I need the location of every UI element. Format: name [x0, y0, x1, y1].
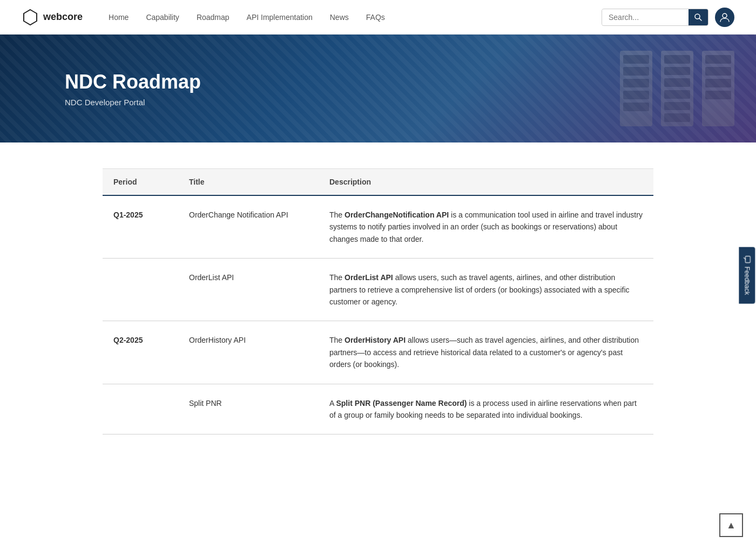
- nav-home[interactable]: Home: [109, 13, 129, 22]
- desc-orderchange: The OrderChangeNotification API is a com…: [319, 195, 653, 259]
- logo[interactable]: webcore: [22, 9, 83, 26]
- svg-point-3: [723, 13, 727, 18]
- title-orderchange: OrderChange Notification API: [178, 195, 319, 259]
- hero-title: NDC Roadmap: [65, 71, 201, 93]
- search-button[interactable]: [688, 9, 708, 25]
- term-splitpnr: Split PNR (Passenger Name Record): [336, 399, 467, 408]
- nav-right: [602, 8, 734, 27]
- nav-capability[interactable]: Capability: [146, 13, 179, 22]
- nav-faqs[interactable]: FAQs: [366, 13, 385, 22]
- period-q2-2025: Q2-2025: [103, 321, 178, 384]
- server-rack-1: [620, 51, 652, 126]
- svg-line-2: [699, 18, 701, 21]
- hero-decoration: [486, 35, 756, 142]
- term-orderchange: OrderChangeNotification API: [345, 211, 449, 219]
- nav-roadmap[interactable]: Roadmap: [197, 13, 230, 22]
- server-rack-2: [661, 51, 693, 126]
- hero-subtitle: NDC Developer Portal: [65, 98, 201, 107]
- search-box: [602, 9, 708, 26]
- roadmap-table: Period Title Description Q1-2025 OrderCh…: [103, 168, 653, 434]
- user-icon: [719, 12, 730, 23]
- user-avatar[interactable]: [715, 8, 734, 27]
- hero-banner: NDC Roadmap NDC Developer Portal: [0, 35, 756, 142]
- nav-news[interactable]: News: [330, 13, 349, 22]
- search-input[interactable]: [602, 10, 688, 25]
- desc-orderhistory: The OrderHistory API allows users—such a…: [319, 321, 653, 384]
- title-orderhistory: OrderHistory API: [178, 321, 319, 384]
- table-row: OrderList API The OrderList API allows u…: [103, 259, 653, 321]
- table-header-row: Period Title Description: [103, 169, 653, 196]
- logo-text: webcore: [43, 11, 83, 23]
- table-row: Split PNR A Split PNR (Passenger Name Re…: [103, 384, 653, 434]
- col-header-description: Description: [319, 169, 653, 196]
- server-rack-3: [702, 51, 734, 126]
- term-orderhistory: OrderHistory API: [345, 336, 406, 344]
- table-body: Q1-2025 OrderChange Notification API The…: [103, 195, 653, 434]
- svg-marker-0: [24, 10, 37, 25]
- title-splitpnr: Split PNR: [178, 384, 319, 434]
- col-header-title: Title: [178, 169, 319, 196]
- table-header: Period Title Description: [103, 169, 653, 196]
- desc-splitpnr: A Split PNR (Passenger Name Record) is a…: [319, 384, 653, 434]
- feedback-button[interactable]: Feedback: [739, 247, 755, 303]
- title-orderlist: OrderList API: [178, 259, 319, 321]
- term-orderlist: OrderList API: [345, 273, 393, 282]
- comment-icon: [744, 255, 751, 263]
- desc-orderlist: The OrderList API allows users, such as …: [319, 259, 653, 321]
- hero-text: NDC Roadmap NDC Developer Portal: [65, 71, 201, 107]
- nav-links: Home Capability Roadmap API Implementati…: [109, 13, 602, 22]
- period-empty-1: [103, 259, 178, 321]
- svg-rect-4: [746, 256, 751, 262]
- period-q1-2025: Q1-2025: [103, 195, 178, 259]
- table-row: Q1-2025 OrderChange Notification API The…: [103, 195, 653, 259]
- logo-icon: [22, 9, 39, 26]
- navbar: webcore Home Capability Roadmap API Impl…: [0, 0, 756, 35]
- col-header-period: Period: [103, 169, 178, 196]
- feedback-label: Feedback: [744, 266, 751, 295]
- search-icon: [694, 13, 703, 22]
- period-empty-2: [103, 384, 178, 434]
- table-row: Q2-2025 OrderHistory API The OrderHistor…: [103, 321, 653, 384]
- nav-api-implementation[interactable]: API Implementation: [247, 13, 313, 22]
- main-content: Period Title Description Q1-2025 OrderCh…: [81, 168, 675, 434]
